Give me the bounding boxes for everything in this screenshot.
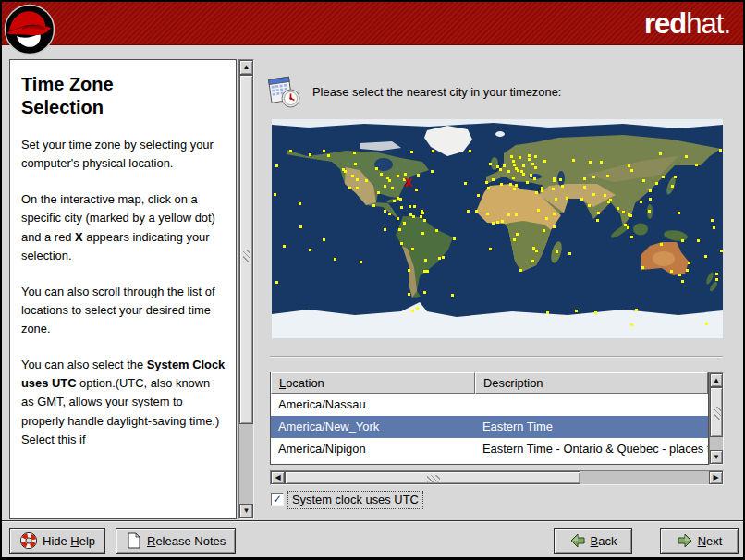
city-dot[interactable] — [688, 262, 690, 264]
city-dot[interactable] — [609, 199, 612, 201]
city-dot[interactable] — [351, 175, 354, 177]
scroll-down-button[interactable]: ▼ — [710, 450, 723, 464]
city-dot[interactable] — [531, 260, 534, 262]
city-dot[interactable] — [384, 185, 386, 188]
city-dot[interactable] — [275, 281, 278, 284]
city-dot[interactable] — [535, 191, 538, 194]
city-dot[interactable] — [520, 170, 523, 173]
city-dot[interactable] — [408, 293, 410, 296]
city-dot[interactable] — [559, 178, 562, 181]
city-dot[interactable] — [659, 152, 662, 155]
city-dot[interactable] — [588, 204, 591, 207]
city-dot[interactable] — [686, 269, 689, 272]
city-dot[interactable] — [467, 210, 470, 213]
city-dot[interactable] — [522, 173, 525, 176]
scrollbar-thumb[interactable] — [285, 471, 580, 484]
city-dot[interactable] — [423, 219, 426, 222]
city-dot[interactable] — [531, 163, 534, 165]
city-dot[interactable] — [681, 239, 684, 242]
city-dot[interactable] — [512, 177, 515, 179]
city-dot[interactable] — [697, 239, 700, 242]
city-dot[interactable] — [356, 178, 359, 181]
city-dot[interactable] — [678, 274, 681, 276]
city-dot[interactable] — [713, 226, 715, 229]
city-dot[interactable] — [533, 177, 536, 180]
city-dot[interactable] — [534, 155, 537, 158]
city-dot[interactable] — [596, 219, 599, 222]
city-dot[interactable] — [592, 193, 595, 196]
utc-checkbox-label[interactable]: System clock uses UTC — [287, 491, 423, 509]
city-dot[interactable] — [469, 150, 471, 152]
city-dot[interactable] — [377, 191, 380, 194]
city-dot[interactable] — [594, 311, 597, 314]
city-dot[interactable] — [660, 243, 663, 246]
city-dot[interactable] — [489, 248, 492, 250]
table-row[interactable]: America/New_York Eastern Time — [271, 416, 708, 438]
city-dot[interactable] — [719, 149, 722, 152]
city-dot[interactable] — [388, 179, 391, 182]
city-dot[interactable] — [662, 176, 665, 178]
city-dot[interactable] — [348, 187, 351, 189]
city-dot[interactable] — [624, 224, 627, 226]
release-notes-button[interactable]: Release Notes — [116, 528, 236, 554]
city-dot[interactable] — [477, 194, 480, 197]
city-dot[interactable] — [530, 174, 532, 177]
city-dot[interactable] — [553, 213, 556, 215]
city-dot[interactable] — [597, 212, 600, 214]
city-dot[interactable] — [365, 179, 368, 182]
scrollbar-thumb[interactable] — [239, 75, 253, 424]
city-dot[interactable] — [572, 159, 575, 162]
city-dot[interactable] — [496, 165, 499, 168]
city-dot[interactable] — [720, 250, 723, 252]
scroll-down-button[interactable]: ▼ — [239, 504, 253, 518]
city-dot[interactable] — [309, 249, 311, 251]
city-dot[interactable] — [512, 160, 515, 163]
city-dot[interactable] — [442, 256, 445, 259]
city-dot[interactable] — [380, 173, 383, 176]
city-dot[interactable] — [641, 266, 644, 269]
city-dot[interactable] — [432, 150, 434, 152]
city-dot[interactable] — [420, 215, 422, 218]
city-dot[interactable] — [334, 258, 336, 261]
city-dot[interactable] — [408, 269, 410, 272]
city-dot[interactable] — [299, 202, 301, 205]
city-dot[interactable] — [496, 221, 499, 224]
city-dot[interactable] — [510, 155, 513, 158]
city-dot[interactable] — [543, 229, 545, 232]
city-dot[interactable] — [384, 228, 386, 231]
city-dot[interactable] — [705, 323, 708, 325]
city-dot[interactable] — [393, 200, 396, 202]
city-dot[interactable] — [426, 270, 429, 273]
city-dot[interactable] — [711, 219, 714, 222]
city-dot[interactable] — [568, 252, 571, 255]
city-dot[interactable] — [398, 228, 401, 231]
city-dot[interactable] — [526, 181, 529, 184]
city-dot[interactable] — [327, 154, 330, 157]
city-dot[interactable] — [283, 245, 286, 248]
city-dot[interactable] — [421, 232, 424, 235]
city-dot[interactable] — [685, 155, 688, 158]
city-dot[interactable] — [630, 323, 633, 326]
city-dot[interactable] — [681, 280, 684, 283]
city-dot[interactable] — [600, 161, 603, 164]
city-dot[interactable] — [507, 213, 510, 216]
city-dot[interactable] — [622, 211, 625, 213]
city-dot[interactable] — [507, 170, 510, 173]
scroll-right-button[interactable]: ▶ — [709, 471, 723, 484]
city-dot[interactable] — [522, 164, 525, 167]
city-dot[interactable] — [451, 294, 454, 297]
column-header-location[interactable]: Location — [271, 372, 475, 394]
city-dot[interactable] — [403, 222, 406, 225]
city-dot[interactable] — [629, 214, 632, 217]
city-dot[interactable] — [552, 188, 555, 190]
city-dot[interactable] — [438, 257, 441, 260]
city-dot[interactable] — [642, 179, 645, 182]
city-dot[interactable] — [580, 198, 583, 201]
city-dot[interactable] — [515, 184, 518, 187]
city-dot[interactable] — [486, 213, 489, 215]
scroll-up-button[interactable]: ▲ — [710, 373, 723, 387]
city-dot[interactable] — [289, 150, 292, 152]
city-dot[interactable] — [413, 205, 416, 208]
selected-city-marker[interactable]: X — [405, 175, 413, 189]
city-dot[interactable] — [640, 201, 642, 203]
